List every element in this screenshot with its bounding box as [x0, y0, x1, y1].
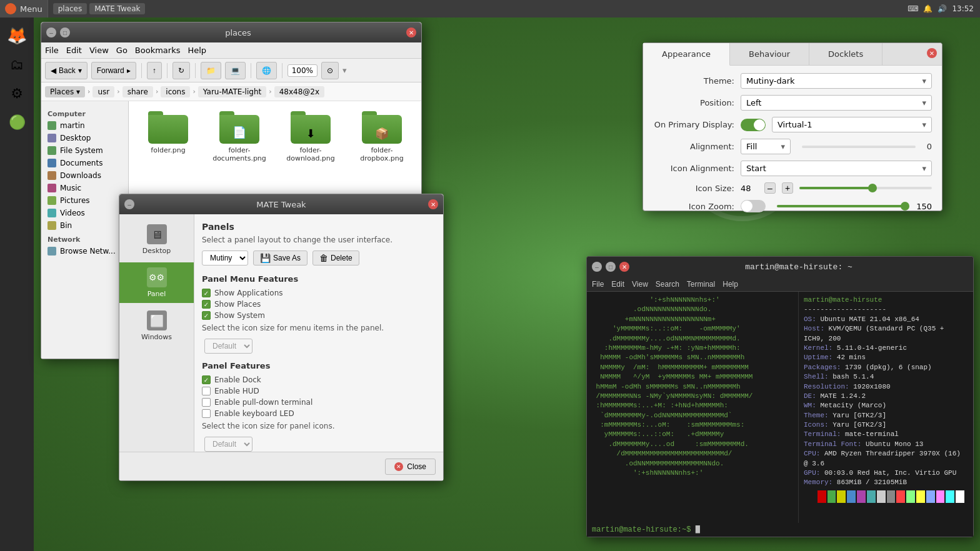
breadcrumb-share[interactable]: share [122, 86, 153, 97]
sidebar-martin[interactable]: martin [41, 119, 128, 132]
sidebar-icon-firefox[interactable]: 🦊 [4, 22, 30, 49]
sidebar-bin[interactable]: Bin [41, 219, 128, 232]
terminal-menu-view[interactable]: View [632, 280, 648, 289]
terminal-menu-search[interactable]: Search [656, 280, 679, 289]
breadcrumb-usr[interactable]: usr [92, 86, 114, 97]
icon-zoom-slider[interactable] [777, 205, 905, 207]
sidebar-filesystem[interactable]: File System [41, 144, 128, 157]
menu-icon-size-dropdown[interactable]: Default [204, 339, 252, 354]
icon-size-plus-btn[interactable]: + [782, 182, 793, 194]
sidebar-documents[interactable]: Documents [41, 157, 128, 169]
tweak-nav-panel[interactable]: ⚙⚙ Panel [119, 262, 194, 303]
network-section-header: Network [41, 232, 128, 245]
tweak-nav-desktop[interactable]: 🖥 Desktop [119, 219, 194, 260]
computer-btn[interactable]: 💻 [225, 62, 246, 79]
places-maximize-btn[interactable]: □ [60, 27, 70, 37]
sidebar-pictures[interactable]: Pictures [41, 194, 128, 207]
show-applications-checkbox[interactable]: ✓ [202, 289, 211, 297]
terminal-titlebar: – □ ✕ martin@mate-hirsute: ~ [587, 257, 973, 277]
enable-pulldown-checkbox[interactable] [202, 398, 211, 407]
up-btn[interactable]: ↑ [147, 62, 162, 79]
primary-display-toggle[interactable] [741, 119, 766, 131]
file-label-1: folder.png [151, 146, 185, 154]
places-file-sidebar: Computer martin Desktop File System Docu… [41, 101, 129, 359]
neofetch-packages: Packages: 1739 (dpkg), 6 (snap) [804, 363, 968, 372]
places-menu-go[interactable]: Go [116, 46, 128, 55]
terminal-menu-file[interactable]: File [592, 280, 604, 289]
icon-zoom-toggle[interactable] [741, 200, 766, 212]
breadcrumb-size[interactable]: 48x48@2x [274, 86, 324, 97]
sidebar-icon-files[interactable]: 🗂 [4, 51, 30, 77]
taskbar-right: ⌨ 🔔 🔊 13:52 [901, 4, 980, 13]
icon-alignment-dropdown[interactable]: Start ▾ [741, 161, 932, 176]
primary-display-row: On Primary Display: Virtual-1 ▾ [653, 117, 932, 132]
position-row: Position: Left ▾ [653, 95, 932, 111]
sidebar-browse-network[interactable]: Browse Netw... [41, 245, 128, 257]
icon-size-minus-btn[interactable]: – [764, 182, 776, 194]
terminal-maximize-btn[interactable]: □ [606, 262, 616, 272]
taskbar-menu[interactable]: Menu [0, 0, 48, 17]
breadcrumb-sep-1: › [88, 87, 90, 96]
enable-pulldown-label: Enable pull-down terminal [214, 398, 312, 407]
sidebar-icon-settings[interactable]: ⚙ [4, 80, 30, 106]
terminal-close-btn[interactable]: ✕ [619, 262, 629, 272]
tweak-close-btn[interactable]: ✕ [428, 199, 438, 209]
terminal-menu-help[interactable]: Help [722, 280, 738, 289]
places-menu-file[interactable]: File [45, 46, 59, 55]
terminal-minimize-btn[interactable]: – [592, 262, 602, 272]
folder-btn[interactable]: 📁 [201, 62, 221, 79]
breadcrumb-yaru[interactable]: Yaru-MATE-light [198, 86, 266, 97]
places-menubar: File Edit View Go Bookmarks Help [41, 42, 421, 59]
panel-icon-size-dropdown[interactable]: Default [204, 437, 252, 452]
panel-layout-dropdown[interactable]: Mutiny [202, 251, 248, 266]
folder-img-1 [148, 111, 188, 144]
appearance-close-btn[interactable]: ✕ [927, 48, 937, 58]
save-as-btn[interactable]: 💾 Save As [253, 251, 308, 266]
show-system-checkbox[interactable]: ✓ [202, 311, 211, 320]
desktop-icon [48, 134, 56, 142]
alignment-dropdown[interactable]: Fill ▾ [741, 139, 791, 154]
places-menu-edit[interactable]: Edit [66, 46, 82, 55]
delete-btn[interactable]: 🗑 Delete [312, 251, 359, 266]
tweak-close-footer-btn[interactable]: ✕ Close [385, 459, 436, 475]
tweak-minimize-btn[interactable]: – [124, 199, 134, 209]
zoom-extra-btn[interactable]: ⊙ [321, 62, 339, 79]
tab-behaviour[interactable]: Behaviour [730, 43, 809, 65]
tab-docklets[interactable]: Docklets [809, 43, 882, 65]
reload-btn[interactable]: ↻ [172, 62, 190, 79]
sidebar-videos[interactable]: Videos [41, 207, 128, 219]
places-minimize-btn[interactable]: – [46, 27, 56, 37]
tweak-nav-windows[interactable]: ⬜ Windows [119, 305, 194, 346]
places-menu-help[interactable]: Help [188, 46, 206, 55]
terminal-menu-terminal[interactable]: Terminal [687, 280, 715, 289]
sidebar-downloads[interactable]: Downloads [41, 169, 128, 182]
network-btn[interactable]: 🌐 [256, 62, 277, 79]
sidebar-desktop[interactable]: Desktop [41, 132, 128, 144]
appearance-body: Theme: Mutiny-dark ▾ Position: Left ▾ On… [643, 66, 942, 226]
show-places-checkbox[interactable]: ✓ [202, 300, 211, 309]
places-window-controls: – □ [46, 27, 70, 37]
taskbar-app-tweak[interactable]: MATE Tweak [89, 3, 145, 14]
icon-size-slider[interactable] [799, 187, 932, 189]
places-close-btn[interactable]: ✕ [406, 27, 416, 37]
sidebar-icon-apps[interactable]: 🟢 [4, 109, 30, 135]
taskbar-app-places[interactable]: places [53, 3, 88, 14]
enable-dock-checkbox[interactable]: ✓ [202, 375, 211, 384]
enable-keyboard-led-checkbox[interactable] [202, 409, 211, 418]
primary-display-dropdown[interactable]: Virtual-1 ▾ [772, 117, 932, 132]
forward-btn[interactable]: Forward ▸ [91, 62, 136, 79]
sidebar-music[interactable]: Music [41, 182, 128, 194]
terminal-prompt-line[interactable]: martin@mate-hirsute:~$ █ [587, 523, 973, 537]
breadcrumb-icons[interactable]: icons [161, 86, 190, 97]
places-menu-view[interactable]: View [89, 46, 109, 55]
theme-dropdown[interactable]: Mutiny-dark ▾ [741, 73, 932, 89]
back-btn[interactable]: ◀ Back ▾ [45, 62, 88, 79]
videos-icon [48, 209, 56, 217]
firefox-icon: 🦊 [7, 26, 27, 45]
position-dropdown[interactable]: Left ▾ [741, 95, 932, 111]
enable-hud-checkbox[interactable] [202, 387, 211, 395]
tab-appearance[interactable]: Appearance [643, 43, 730, 66]
breadcrumb-places[interactable]: Places ▾ [45, 86, 85, 97]
places-menu-bookmarks[interactable]: Bookmarks [135, 46, 181, 55]
terminal-menu-edit[interactable]: Edit [611, 280, 624, 289]
